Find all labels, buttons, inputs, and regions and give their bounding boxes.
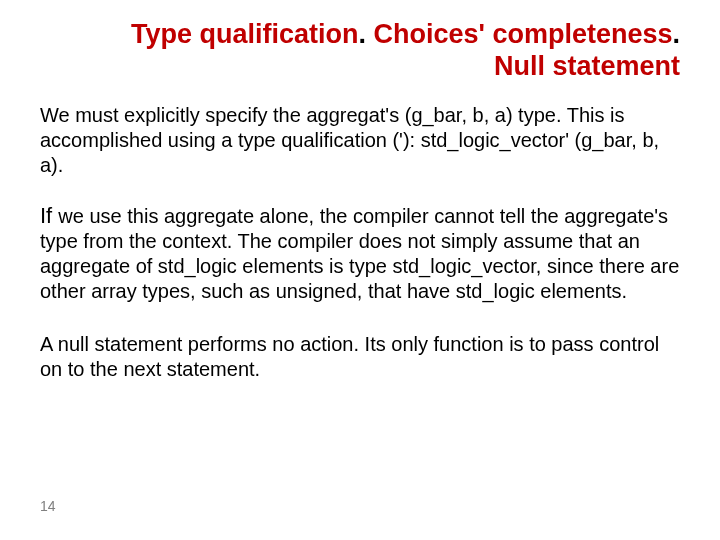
- paragraph-3: A null statement performs no action. Its…: [40, 332, 680, 382]
- title-sep-2: .: [672, 19, 680, 49]
- slide-title: Type qualification. Choices' completenes…: [70, 18, 680, 83]
- title-sep-1: .: [358, 19, 373, 49]
- paragraph-2-lead: If: [40, 203, 58, 228]
- paragraph-2-rest: we use this aggregate alone, the compile…: [40, 205, 679, 303]
- page-number: 14: [40, 498, 56, 514]
- title-part-null-statement: Null statement: [494, 51, 680, 81]
- slide: Type qualification. Choices' completenes…: [0, 0, 720, 540]
- paragraph-1: We must explicitly specify the aggregat'…: [40, 103, 680, 178]
- title-part-choices-completeness: Choices' completeness: [373, 19, 672, 49]
- title-part-type-qualification: Type qualification: [131, 19, 359, 49]
- paragraph-2: If we use this aggregate alone, the comp…: [40, 202, 680, 305]
